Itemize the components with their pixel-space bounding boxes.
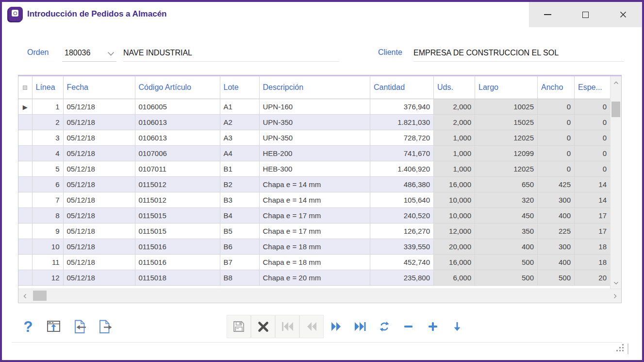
- upload-window-button[interactable]: [45, 315, 63, 338]
- column-header-descripcion[interactable]: Descripción: [259, 76, 370, 99]
- cell-uds[interactable]: 16,000: [434, 254, 475, 270]
- scroll-right-icon[interactable]: [611, 289, 619, 303]
- cell-ancho[interactable]: 300: [538, 239, 575, 254]
- cell-lote[interactable]: B7: [220, 254, 259, 270]
- cell-linea[interactable]: 11: [32, 254, 63, 270]
- cell-ancho[interactable]: 400: [538, 207, 575, 223]
- cell-cantidad[interactable]: 376,940: [370, 99, 434, 114]
- cell-uds[interactable]: 12,000: [434, 223, 475, 239]
- cell-largo[interactable]: 350: [475, 223, 538, 239]
- cell-ancho[interactable]: 0: [538, 145, 575, 161]
- cell-linea[interactable]: 3: [32, 130, 63, 145]
- cell-uds[interactable]: 1,000: [434, 145, 475, 161]
- column-header-cantidad[interactable]: Cantidad: [370, 76, 434, 99]
- last-record-button[interactable]: [348, 315, 372, 338]
- cell-lote[interactable]: B8: [220, 270, 259, 285]
- cell-descripcion[interactable]: Chapa e = 18 mm: [259, 239, 370, 254]
- scroll-up-icon[interactable]: [611, 78, 621, 87]
- close-button[interactable]: [604, 2, 642, 27]
- row-selector[interactable]: ▶: [18, 99, 32, 114]
- cell-lote[interactable]: B4: [220, 207, 259, 223]
- cell-uds[interactable]: 2,000: [434, 99, 475, 114]
- cell-fecha[interactable]: 05/12/18: [63, 270, 135, 285]
- row-selector[interactable]: [18, 192, 32, 207]
- cell-fecha[interactable]: 05/12/18: [63, 161, 135, 176]
- cell-descripcion[interactable]: Chapa e = 14 mm: [259, 192, 370, 207]
- cell-descripcion[interactable]: Chapa e = 17 mm: [259, 207, 370, 223]
- cell-espe[interactable]: 0: [575, 130, 611, 145]
- cell-descripcion[interactable]: Chapa e = 14 mm: [259, 176, 370, 192]
- cell-linea[interactable]: 2: [32, 114, 63, 130]
- cell-cantidad[interactable]: 1.821,030: [370, 114, 434, 130]
- cell-ancho[interactable]: 300: [538, 192, 575, 207]
- row-selector[interactable]: [18, 130, 32, 145]
- cell-espe[interactable]: 17: [575, 207, 611, 223]
- cell-codigo[interactable]: 0115016: [135, 239, 220, 254]
- cell-cantidad[interactable]: 741,670: [370, 145, 434, 161]
- cell-lote[interactable]: A1: [220, 99, 259, 114]
- minimize-button[interactable]: [529, 2, 567, 27]
- cell-ancho[interactable]: 225: [538, 223, 575, 239]
- column-header-linea[interactable]: Línea: [32, 76, 63, 99]
- cell-codigo[interactable]: 0115016: [135, 254, 220, 270]
- cell-lote[interactable]: B6: [220, 239, 259, 254]
- cell-ancho[interactable]: 0: [538, 114, 575, 130]
- cell-ancho[interactable]: 500: [538, 270, 575, 285]
- cell-espe[interactable]: 0: [575, 99, 611, 114]
- cell-linea[interactable]: 1: [32, 99, 63, 114]
- save-button[interactable]: [227, 315, 251, 338]
- cell-codigo[interactable]: 0107011: [135, 161, 220, 176]
- cell-uds[interactable]: 1,000: [434, 161, 475, 176]
- cell-espe[interactable]: 0: [575, 145, 611, 161]
- cell-ancho[interactable]: 425: [538, 176, 575, 192]
- cell-espe[interactable]: 0: [575, 161, 611, 176]
- cell-fecha[interactable]: 05/12/18: [63, 207, 135, 223]
- row-selector[interactable]: [18, 207, 32, 223]
- cell-espe[interactable]: 18: [575, 254, 611, 270]
- cell-largo[interactable]: 15025: [475, 114, 538, 130]
- row-selector[interactable]: [18, 161, 32, 176]
- orden-description-field[interactable]: NAVE INDUSTRIAL: [123, 45, 339, 62]
- row-selector[interactable]: [18, 239, 32, 254]
- cliente-value-field[interactable]: EMPRESA DE CONSTRUCCION EL SOL: [413, 45, 624, 62]
- cell-linea[interactable]: 6: [32, 176, 63, 192]
- cell-ancho[interactable]: 400: [538, 254, 575, 270]
- cell-uds[interactable]: 16,000: [434, 176, 475, 192]
- cell-fecha[interactable]: 05/12/18: [63, 192, 135, 207]
- chevron-down-icon[interactable]: [107, 51, 115, 56]
- column-header-largo[interactable]: Largo: [475, 76, 538, 99]
- cell-espe[interactable]: 20: [575, 270, 611, 285]
- cell-uds[interactable]: 10,000: [434, 207, 475, 223]
- cell-fecha[interactable]: 05/12/18: [63, 239, 135, 254]
- column-header-ancho[interactable]: Ancho: [538, 76, 575, 99]
- cell-cantidad[interactable]: 240,520: [370, 207, 434, 223]
- cell-uds[interactable]: 6,000: [434, 270, 475, 285]
- cell-largo[interactable]: 650: [475, 176, 538, 192]
- cell-espe[interactable]: 0: [575, 114, 611, 130]
- column-header-lote[interactable]: Lote: [220, 76, 259, 99]
- cell-descripcion[interactable]: UPN-160: [259, 99, 370, 114]
- refresh-button[interactable]: [372, 315, 396, 338]
- export-document-button[interactable]: [96, 315, 115, 338]
- row-selector[interactable]: [18, 270, 32, 285]
- cell-fecha[interactable]: 05/12/18: [63, 114, 135, 130]
- vertical-scrollbar[interactable]: [610, 76, 621, 289]
- cell-espe[interactable]: 14: [575, 176, 611, 192]
- import-document-button[interactable]: [70, 315, 89, 338]
- cell-largo[interactable]: 400: [475, 239, 538, 254]
- cell-linea[interactable]: 8: [32, 207, 63, 223]
- cell-largo[interactable]: 12025: [475, 130, 538, 145]
- cell-codigo[interactable]: 0107006: [135, 145, 220, 161]
- cell-linea[interactable]: 4: [32, 145, 63, 161]
- cell-codigo[interactable]: 0115018: [135, 270, 220, 285]
- cell-linea[interactable]: 12: [32, 270, 63, 285]
- cell-lote[interactable]: B3: [220, 192, 259, 207]
- cell-largo[interactable]: 12099: [475, 145, 538, 161]
- horizontal-scroll-thumb[interactable]: [33, 291, 47, 301]
- cancel-button[interactable]: [251, 315, 275, 338]
- column-header-espe[interactable]: Espe...: [575, 76, 611, 99]
- cell-uds[interactable]: 20,000: [434, 239, 475, 254]
- cell-codigo[interactable]: 0106013: [135, 114, 220, 130]
- cell-linea[interactable]: 10: [32, 239, 63, 254]
- cell-codigo[interactable]: 0106013: [135, 130, 220, 145]
